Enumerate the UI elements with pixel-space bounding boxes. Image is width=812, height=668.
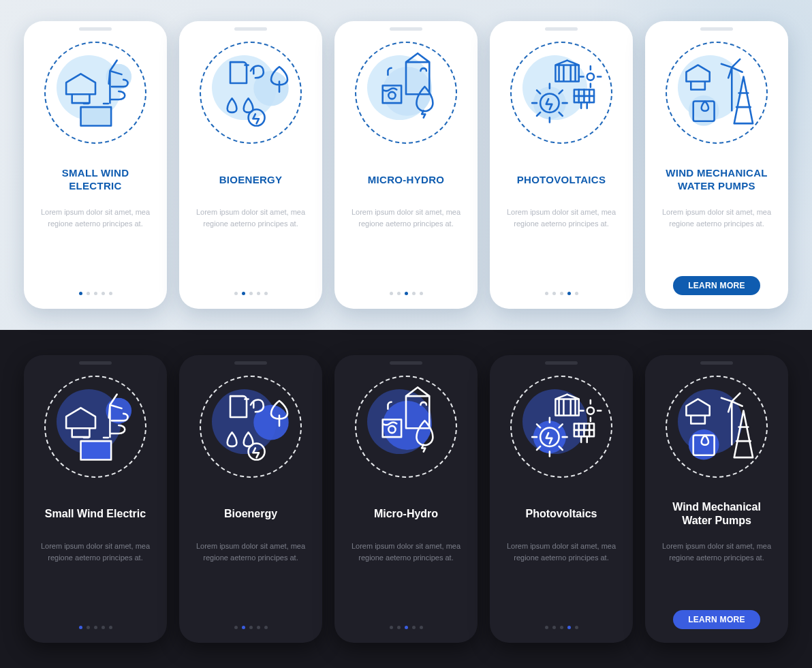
learn-more-button[interactable]: LEARN MORE	[673, 610, 760, 629]
pagination-dots	[79, 292, 112, 295]
card-title: WIND MECHANICAL WATER PUMPS	[655, 166, 779, 194]
card-title: Bioenergy	[220, 500, 281, 528]
pagination-dot[interactable]	[242, 626, 245, 629]
card-description: Lorem ipsum dolor sit amet, mea regione …	[33, 207, 157, 229]
pagination-dot[interactable]	[405, 292, 408, 295]
micro-hydro-icon	[355, 376, 457, 478]
pagination-dot[interactable]	[412, 626, 416, 629]
card-title: Small Wind Electric	[41, 500, 150, 528]
card-title: SMALL WIND ELECTRIC	[33, 166, 157, 194]
pagination-dot[interactable]	[390, 626, 393, 629]
onboarding-card: WIND MECHANICAL WATER PUMPSLorem ipsum d…	[645, 21, 788, 309]
learn-more-button[interactable]: LEARN MORE	[673, 276, 760, 295]
pagination-dot[interactable]	[545, 292, 548, 295]
dark-theme-row: Small Wind ElectricLorem ipsum dolor sit…	[0, 330, 812, 668]
pagination-dot[interactable]	[264, 626, 268, 629]
svg-point-16	[383, 401, 432, 450]
pagination-dot[interactable]	[94, 626, 97, 629]
pagination-dot[interactable]	[567, 292, 571, 295]
card-description: Lorem ipsum dolor sit amet, mea regione …	[189, 541, 313, 563]
pagination-dot[interactable]	[234, 626, 238, 629]
pagination-dot[interactable]	[257, 626, 260, 629]
wind-electric-icon	[44, 376, 146, 478]
card-title: BIOENERGY	[215, 166, 287, 194]
onboarding-card: BioenergyLorem ipsum dolor sit amet, mea…	[179, 355, 322, 643]
pagination-dots	[234, 292, 268, 295]
onboarding-card: Small Wind ElectricLorem ipsum dolor sit…	[24, 355, 167, 643]
pagination-dot[interactable]	[109, 626, 112, 629]
bioenergy-icon	[200, 42, 302, 144]
pagination-dot[interactable]	[249, 292, 253, 295]
svg-rect-1	[81, 107, 112, 125]
pagination-dot[interactable]	[412, 292, 416, 295]
pagination-dot[interactable]	[79, 626, 82, 629]
onboarding-card: PHOTOVOLTAICSLorem ipsum dolor sit amet,…	[490, 21, 633, 309]
light-theme-row: SMALL WIND ELECTRICLorem ipsum dolor sit…	[0, 0, 812, 330]
onboarding-card: Wind Mechanical Water PumpsLorem ipsum d…	[645, 355, 788, 643]
pagination-dot[interactable]	[390, 292, 393, 295]
pagination-dot[interactable]	[575, 626, 578, 629]
svg-point-9	[587, 73, 594, 80]
card-title: Micro-Hydro	[370, 500, 442, 528]
micro-hydro-icon	[355, 42, 457, 144]
card-title: Wind Mechanical Water Pumps	[655, 500, 779, 528]
pagination-dot[interactable]	[234, 292, 238, 295]
card-description: Lorem ipsum dolor sit amet, mea regione …	[33, 541, 157, 563]
onboarding-card: BIOENERGYLorem ipsum dolor sit amet, mea…	[179, 21, 322, 309]
card-description: Lorem ipsum dolor sit amet, mea regione …	[655, 207, 779, 229]
wind-pump-icon	[666, 376, 768, 478]
pagination-dot[interactable]	[249, 626, 253, 629]
pagination-dot[interactable]	[109, 292, 112, 295]
pagination-dot[interactable]	[397, 626, 401, 629]
pagination-dot[interactable]	[87, 292, 90, 295]
card-description: Lorem ipsum dolor sit amet, mea regione …	[499, 207, 623, 229]
pagination-dot[interactable]	[420, 626, 423, 629]
pagination-dot[interactable]	[552, 626, 556, 629]
pagination-dot[interactable]	[87, 626, 90, 629]
card-description: Lorem ipsum dolor sit amet, mea regione …	[344, 207, 468, 229]
onboarding-card: Micro-HydroLorem ipsum dolor sit amet, m…	[334, 355, 478, 643]
card-title: PHOTOVOLTAICS	[513, 166, 610, 194]
pagination-dot[interactable]	[102, 626, 105, 629]
bioenergy-icon	[200, 376, 302, 478]
onboarding-card: SMALL WIND ELECTRICLorem ipsum dolor sit…	[24, 21, 167, 309]
pagination-dot[interactable]	[560, 626, 563, 629]
pagination-dots	[390, 626, 423, 629]
card-description: Lorem ipsum dolor sit amet, mea regione …	[344, 541, 468, 563]
pagination-dot[interactable]	[79, 292, 82, 295]
pagination-dot[interactable]	[575, 292, 578, 295]
onboarding-card: MICRO-HYDROLorem ipsum dolor sit amet, m…	[334, 21, 478, 309]
photovoltaics-icon	[510, 376, 612, 478]
card-description: Lorem ipsum dolor sit amet, mea regione …	[655, 541, 779, 563]
pagination-dot[interactable]	[94, 292, 97, 295]
pagination-dot[interactable]	[397, 292, 401, 295]
card-title: MICRO-HYDRO	[364, 166, 448, 194]
photovoltaics-icon	[510, 42, 612, 144]
pagination-dot[interactable]	[242, 292, 245, 295]
card-title: Photovoltaics	[522, 500, 602, 528]
pagination-dot[interactable]	[560, 292, 563, 295]
onboarding-card: PhotovoltaicsLorem ipsum dolor sit amet,…	[490, 355, 633, 643]
pagination-dots	[545, 292, 578, 295]
pagination-dot[interactable]	[102, 292, 105, 295]
pagination-dot[interactable]	[552, 292, 556, 295]
svg-point-21	[587, 407, 594, 414]
pagination-dots	[79, 626, 112, 629]
wind-pump-icon	[666, 42, 768, 144]
wind-electric-icon	[44, 42, 146, 144]
pagination-dot[interactable]	[264, 292, 268, 295]
pagination-dots	[390, 292, 423, 295]
pagination-dot[interactable]	[420, 292, 423, 295]
svg-rect-13	[81, 441, 112, 459]
pagination-dots	[545, 626, 578, 629]
pagination-dot[interactable]	[257, 292, 260, 295]
card-description: Lorem ipsum dolor sit amet, mea regione …	[189, 207, 313, 229]
card-description: Lorem ipsum dolor sit amet, mea regione …	[499, 541, 623, 563]
pagination-dots	[234, 626, 268, 629]
pagination-dot[interactable]	[405, 626, 408, 629]
svg-point-4	[383, 67, 432, 116]
pagination-dot[interactable]	[545, 626, 548, 629]
pagination-dot[interactable]	[567, 626, 571, 629]
